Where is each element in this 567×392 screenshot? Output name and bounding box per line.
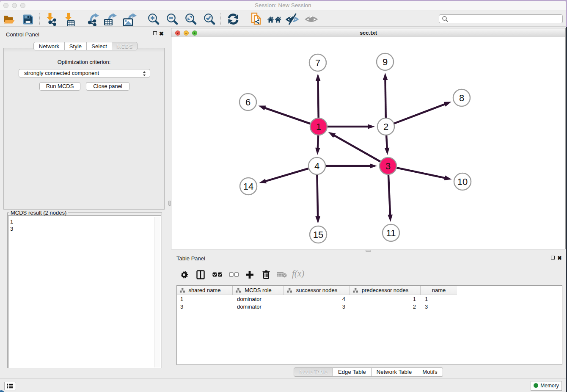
svg-text:9: 9	[383, 57, 388, 67]
svg-text:1: 1	[316, 121, 321, 132]
svg-text:4: 4	[314, 161, 319, 171]
svg-text:15: 15	[313, 229, 323, 240]
svg-text:8: 8	[459, 93, 464, 103]
svg-text:11: 11	[386, 228, 396, 238]
svg-text:2: 2	[383, 121, 388, 132]
svg-text:3: 3	[385, 161, 391, 171]
svg-text:6: 6	[245, 97, 250, 108]
svg-text:14: 14	[243, 181, 253, 192]
svg-text:7: 7	[315, 58, 320, 68]
svg-text:10: 10	[457, 177, 468, 187]
